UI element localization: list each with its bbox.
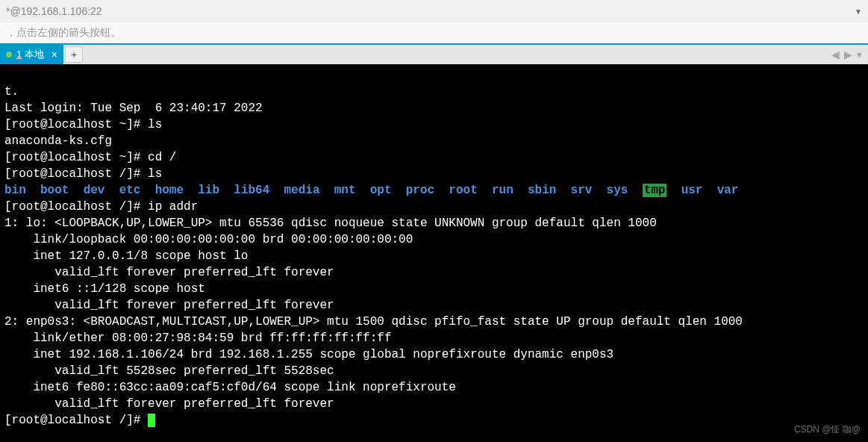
prompt: [root@localhost /]# [4, 167, 148, 181]
watermark: CSDN @怪 咖@ [794, 421, 861, 438]
dir: proc [406, 184, 434, 197]
terminal-line: t. [4, 85, 19, 99]
terminal-line: link/loopback 00:00:00:00:00:00 brd 00:0… [4, 233, 413, 246]
tab-bar: 1 本地 × + ◀ ▶ ▾ [0, 43, 868, 64]
dir: root [449, 184, 477, 197]
terminal-line: anaconda-ks.cfg [4, 134, 112, 148]
terminal-line: valid_lft forever preferred_lft forever [4, 266, 334, 279]
terminal-line: 1: lo: <LOOPBACK,UP,LOWER_UP> mtu 65536 … [4, 217, 657, 230]
dir: bin [4, 184, 26, 197]
dir: opt [370, 184, 392, 197]
status-dot-icon [6, 52, 12, 57]
dir: srv [571, 184, 593, 197]
dropdown-icon[interactable]: ▼ [855, 7, 862, 16]
terminal-line: 2: enp0s3: <BROADCAST,MULTICAST,UP,LOWER… [4, 315, 743, 329]
hint-bar: ，点击左侧的箭头按钮。 [0, 22, 868, 43]
tab-next-icon[interactable]: ▶ [844, 49, 852, 60]
dir: dev [84, 184, 105, 197]
tab-nav: ◀ ▶ ▾ [831, 45, 868, 64]
dir: media [284, 184, 320, 197]
dir: home [155, 184, 184, 197]
terminal-line: valid_lft 5528sec preferred_lft 5528sec [4, 364, 334, 378]
window-title: *@192.168.1.106:22 [6, 5, 102, 17]
dir: sys [607, 184, 628, 197]
terminal[interactable]: t. Last login: Tue Sep 6 23:40:17 2022 [… [0, 64, 868, 442]
terminal-line: link/ether 08:00:27:98:84:59 brd ff:ff:f… [4, 332, 391, 345]
terminal-line: inet 127.0.0.1/8 scope host lo [4, 249, 248, 263]
tab-prev-icon[interactable]: ◀ [831, 49, 840, 60]
tab-number: 1 [16, 49, 22, 60]
prompt: [root@localhost ~]# [4, 151, 148, 164]
terminal-line: inet6 fe80::63cc:aa09:caf5:cf0d/64 scope… [4, 381, 456, 394]
close-icon[interactable]: × [51, 49, 57, 60]
dir: var [717, 184, 739, 197]
tab-add-button[interactable]: + [65, 46, 83, 63]
dir: usr [681, 184, 703, 197]
hint-text: ，点击左侧的箭头按钮。 [6, 26, 121, 40]
command: ip addr [148, 200, 198, 214]
terminal-line: Last login: Tue Sep 6 23:40:17 2022 [4, 102, 263, 115]
terminal-line: valid_lft forever preferred_lft forever [4, 299, 334, 312]
tab-list-icon[interactable]: ▾ [857, 49, 862, 60]
command: ls [148, 167, 162, 181]
prompt: [root@localhost /]# [4, 200, 148, 214]
tab-label: 本地 [25, 49, 44, 60]
title-bar: *@192.168.1.106:22 ▼ [0, 0, 868, 22]
prompt: [root@localhost ~]# [4, 118, 148, 131]
dir: run [492, 184, 513, 197]
command: ls [148, 118, 162, 131]
terminal-line: valid_lft forever preferred_lft forever [4, 397, 334, 411]
dir: mnt [334, 184, 356, 197]
tab-local[interactable]: 1 本地 × [0, 45, 63, 64]
dir: lib [198, 184, 219, 197]
dir: sbin [528, 184, 556, 197]
terminal-line: inet 192.168.1.106/24 brd 192.168.1.255 … [4, 348, 613, 361]
dir: tmp [643, 184, 667, 197]
dir: lib64 [234, 184, 269, 197]
cursor [148, 414, 155, 427]
terminal-line: inet6 ::1/128 scope host [4, 282, 205, 296]
dir: boot [40, 184, 69, 197]
command: cd / [148, 151, 176, 164]
dir: etc [119, 184, 141, 197]
prompt: [root@localhost /]# [4, 414, 148, 427]
